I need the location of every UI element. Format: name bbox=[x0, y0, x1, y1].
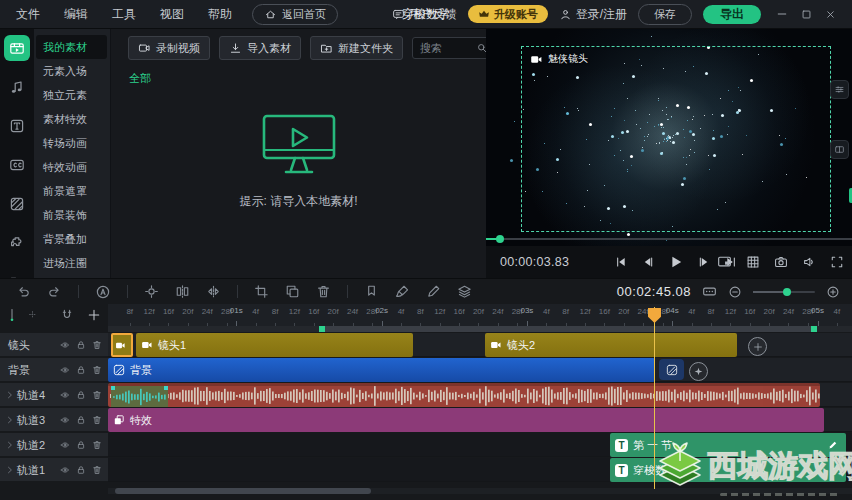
trash-icon[interactable] bbox=[92, 465, 102, 475]
sidebar-item[interactable]: 前景遮罩 bbox=[34, 179, 110, 203]
menubar-item[interactable]: 视图 bbox=[160, 6, 184, 23]
snap-toggle-icon[interactable] bbox=[60, 308, 74, 322]
zoom-slider-handle[interactable] bbox=[783, 288, 791, 296]
panel-toggle-1[interactable] bbox=[830, 80, 849, 99]
track-lane[interactable]: 镜头1 镜头2 bbox=[108, 333, 852, 357]
snapshot-icon[interactable] bbox=[774, 255, 788, 269]
clip-selected-short[interactable] bbox=[111, 333, 133, 357]
trash-icon[interactable] bbox=[92, 440, 102, 450]
save-button[interactable]: 保存 bbox=[638, 4, 692, 25]
search-box[interactable] bbox=[412, 37, 494, 59]
brush-icon[interactable] bbox=[395, 284, 410, 299]
music-icon[interactable] bbox=[4, 74, 30, 100]
timecode-settings-icon[interactable] bbox=[702, 284, 717, 299]
tab-all[interactable]: 全部 bbox=[129, 71, 151, 86]
fullscreen-icon[interactable] bbox=[830, 255, 844, 269]
login-button[interactable]: 登录/注册 bbox=[559, 6, 627, 23]
lock-icon[interactable] bbox=[76, 365, 86, 375]
trash-icon[interactable] bbox=[92, 365, 102, 375]
eye-icon[interactable] bbox=[60, 390, 70, 400]
timeline-ruler[interactable]: 8f12f16f20f24f28f01s4f8f12f16f20f24f28f0… bbox=[0, 303, 852, 326]
menubar-item[interactable]: 工具 bbox=[112, 6, 136, 23]
back-home-button[interactable]: 返回首页 bbox=[252, 4, 338, 25]
track-lane[interactable]: 背景 bbox=[108, 358, 852, 382]
work-area-start-marker[interactable] bbox=[319, 326, 325, 332]
play-icon[interactable] bbox=[668, 254, 684, 270]
auto-edit-icon[interactable] bbox=[95, 284, 111, 300]
undo-icon[interactable] bbox=[16, 284, 31, 299]
overlay-icon[interactable] bbox=[4, 191, 30, 217]
add-clip-button[interactable] bbox=[748, 337, 767, 356]
menubar-item[interactable]: 文件 bbox=[16, 6, 40, 23]
zoom-in-icon[interactable] bbox=[826, 285, 840, 299]
eye-icon[interactable] bbox=[60, 440, 70, 450]
track-header-track2[interactable]: 轨道2 bbox=[0, 433, 108, 457]
video-viewport[interactable]: 魅侠镜头 bbox=[486, 28, 852, 246]
record-video-button[interactable]: 录制视频 bbox=[128, 36, 210, 60]
search-input[interactable] bbox=[418, 41, 476, 55]
crop-icon[interactable] bbox=[254, 284, 269, 299]
track-header-track1[interactable]: 轨道1 bbox=[0, 458, 108, 482]
clip-shot-2[interactable]: 镜头2 bbox=[485, 333, 737, 357]
maximize-icon[interactable] bbox=[801, 8, 812, 20]
captions-icon[interactable] bbox=[4, 152, 30, 178]
marker-icon[interactable] bbox=[364, 284, 379, 299]
export-button[interactable]: 导出 bbox=[703, 5, 761, 24]
split-icon[interactable] bbox=[175, 284, 190, 299]
new-folder-button[interactable]: 新建文件夹 bbox=[310, 36, 403, 60]
track-header-video[interactable]: 镜头 bbox=[0, 333, 108, 357]
sidebar-item[interactable]: 转场动画 bbox=[34, 131, 110, 155]
zoom-out-icon[interactable] bbox=[728, 285, 742, 299]
panel-toggle-2[interactable] bbox=[830, 140, 849, 159]
track-lane[interactable] bbox=[108, 383, 852, 407]
copy-icon[interactable] bbox=[285, 284, 300, 299]
trash-icon[interactable] bbox=[92, 390, 102, 400]
clip-selection-outline[interactable] bbox=[521, 46, 831, 232]
pip-icon[interactable] bbox=[717, 254, 732, 269]
sidebar-item[interactable]: 素材特效 bbox=[34, 107, 110, 131]
sidebar-item[interactable]: 独立元素 bbox=[34, 83, 110, 107]
eye-icon[interactable] bbox=[60, 340, 70, 350]
frame-forward-icon[interactable] bbox=[697, 255, 711, 269]
lock-icon[interactable] bbox=[76, 415, 86, 425]
add-track-icon[interactable] bbox=[87, 308, 101, 322]
plugin-icon[interactable] bbox=[4, 230, 30, 256]
track-header-background[interactable]: 背景 bbox=[0, 358, 108, 382]
track-header-track3[interactable]: 轨道3 bbox=[0, 408, 108, 432]
minimize-icon[interactable] bbox=[776, 8, 788, 20]
work-area-range[interactable] bbox=[322, 326, 813, 332]
magic-add-button[interactable] bbox=[689, 362, 708, 381]
eye-icon[interactable] bbox=[60, 465, 70, 475]
hscrollbar-handle[interactable] bbox=[115, 488, 371, 494]
clip-shot-1[interactable]: 镜头1 bbox=[136, 333, 413, 357]
track-header-track4[interactable]: 轨道4 bbox=[0, 383, 108, 407]
chevron-right-icon[interactable] bbox=[5, 465, 15, 475]
track-lane[interactable]: 特效 bbox=[108, 408, 852, 432]
sidebar-item[interactable]: 特效动画 bbox=[34, 155, 110, 179]
background-sample-badge[interactable] bbox=[659, 359, 684, 380]
lock-icon[interactable] bbox=[76, 340, 86, 350]
sidebar-item[interactable]: 进场注圈 bbox=[34, 251, 110, 275]
chevron-right-icon[interactable] bbox=[5, 390, 15, 400]
trash-icon[interactable] bbox=[92, 340, 102, 350]
media-library-icon[interactable] bbox=[4, 35, 30, 61]
sidebar-item[interactable]: 背景叠加 bbox=[34, 227, 110, 251]
text-icon[interactable] bbox=[4, 113, 30, 139]
edit-pen-icon[interactable] bbox=[426, 284, 441, 299]
clip-audio-waveform[interactable] bbox=[108, 383, 820, 407]
clip-effect[interactable]: 特效 bbox=[108, 408, 824, 432]
sidebar-item[interactable]: 元素入场 bbox=[34, 59, 110, 83]
precision-cursor-icon[interactable] bbox=[26, 308, 39, 321]
sidebar-item[interactable]: 前景装饰 bbox=[34, 203, 110, 227]
eye-icon[interactable] bbox=[60, 365, 70, 375]
menubar-item[interactable]: 帮助 bbox=[208, 6, 232, 23]
frame-back-icon[interactable] bbox=[641, 255, 655, 269]
sidebar-item[interactable]: 我的素材 bbox=[36, 35, 107, 59]
upgrade-account-button[interactable]: 升级账号 bbox=[468, 5, 548, 23]
import-media-button[interactable]: 导入素材 bbox=[219, 36, 301, 60]
chevron-right-icon[interactable] bbox=[5, 415, 15, 425]
flip-icon[interactable] bbox=[206, 284, 221, 299]
volume-icon[interactable] bbox=[802, 255, 816, 269]
trash-icon[interactable] bbox=[92, 415, 102, 425]
grid-overlay-icon[interactable] bbox=[746, 255, 760, 269]
